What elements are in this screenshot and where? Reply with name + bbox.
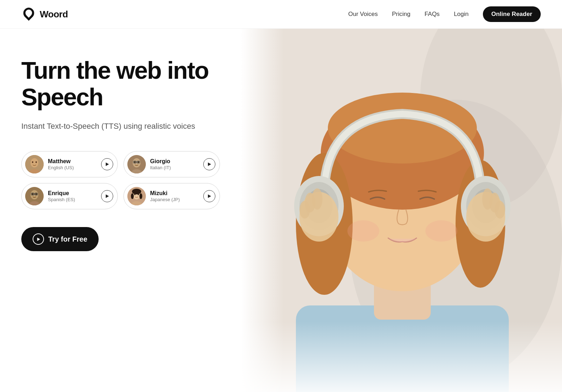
- nav-login[interactable]: Login: [454, 11, 469, 18]
- voice-name-mizuki: Mizuki: [150, 190, 180, 197]
- avatar-matthew: [25, 155, 44, 173]
- play-button-enrique[interactable]: [101, 190, 113, 202]
- voice-lang-mizuki: Japanese (JP): [150, 197, 180, 202]
- svg-marker-33: [37, 238, 40, 241]
- logo-text: Woord: [40, 9, 68, 20]
- play-button-mizuki[interactable]: [203, 190, 215, 202]
- woord-logo-icon: [21, 7, 36, 22]
- svg-point-3: [32, 161, 33, 163]
- logo[interactable]: Woord: [21, 7, 68, 22]
- svg-point-18: [32, 193, 33, 195]
- voice-grid: Matthew English (US): [21, 151, 220, 209]
- voice-name-matthew: Matthew: [48, 158, 74, 165]
- voice-card-matthew[interactable]: Matthew English (US): [21, 151, 118, 177]
- nav-pricing[interactable]: Pricing: [392, 11, 411, 18]
- hero-left: Turn the web into Speech Instant Text-to…: [0, 29, 241, 392]
- try-free-play-icon: [33, 233, 44, 245]
- hero-headline: Turn the web into Speech: [21, 57, 220, 110]
- svg-marker-5: [106, 162, 109, 166]
- svg-point-28: [131, 193, 134, 199]
- svg-point-45: [347, 220, 379, 242]
- svg-point-19: [35, 193, 37, 195]
- svg-point-56: [312, 188, 323, 210]
- avatar-giorgio: [127, 155, 146, 173]
- svg-marker-14: [208, 162, 211, 166]
- play-button-giorgio[interactable]: [203, 158, 215, 170]
- avatar-mizuki: [127, 187, 146, 205]
- svg-point-46: [425, 220, 457, 242]
- try-for-free-button[interactable]: Try for Free: [21, 227, 99, 251]
- hero-photo-bg: [241, 29, 562, 392]
- online-reader-button[interactable]: Online Reader: [483, 6, 541, 22]
- voice-card-enrique[interactable]: Enrique Spanish (ES): [21, 183, 118, 209]
- main-nav: Our Voices Pricing FAQs Login Online Rea…: [348, 6, 541, 22]
- hero-illustration: [243, 29, 562, 392]
- hero-subtitle: Instant Text-to-Speech (TTS) using reali…: [21, 121, 220, 132]
- svg-point-29: [139, 193, 142, 199]
- voice-card-giorgio[interactable]: Giorgio Italian (IT): [123, 151, 220, 177]
- voice-name-enrique: Enrique: [48, 190, 75, 197]
- svg-point-1: [31, 158, 38, 167]
- voice-lang-matthew: English (US): [48, 165, 74, 170]
- play-button-matthew[interactable]: [101, 158, 113, 170]
- avatar-enrique: [25, 187, 44, 205]
- header: Woord Our Voices Pricing FAQs Login Onli…: [0, 0, 562, 29]
- svg-marker-23: [106, 194, 109, 198]
- nav-faqs[interactable]: FAQs: [425, 11, 440, 18]
- voice-lang-enrique: Spanish (ES): [48, 197, 75, 202]
- voice-card-mizuki[interactable]: Mizuki Japanese (JP): [123, 183, 220, 209]
- svg-point-4: [35, 161, 37, 163]
- voice-name-giorgio: Giorgio: [150, 158, 171, 165]
- main-container: Turn the web into Speech Instant Text-to…: [0, 29, 562, 392]
- nav-our-voices[interactable]: Our Voices: [348, 11, 378, 18]
- svg-point-31: [138, 194, 139, 195]
- svg-point-9: [134, 161, 136, 163]
- svg-point-27: [132, 189, 141, 194]
- svg-marker-32: [208, 194, 211, 198]
- svg-point-60: [482, 188, 493, 210]
- hero-image-area: [241, 29, 562, 392]
- svg-point-10: [138, 161, 139, 163]
- voice-lang-giorgio: Italian (IT): [150, 165, 171, 170]
- svg-point-30: [134, 194, 136, 195]
